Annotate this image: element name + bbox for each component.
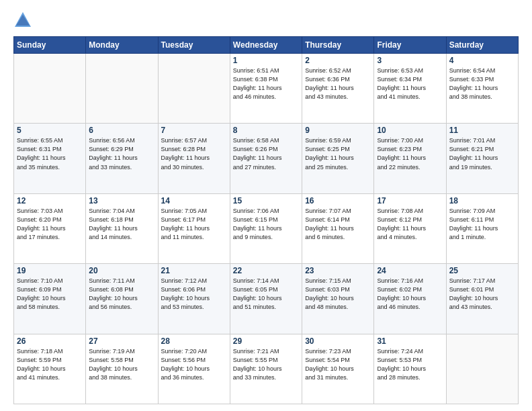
calendar-cell: 5Sunrise: 6:55 AM Sunset: 6:31 PM Daylig… bbox=[14, 124, 86, 193]
calendar-cell bbox=[14, 54, 86, 124]
calendar-cell: 31Sunrise: 7:24 AM Sunset: 5:53 PM Dayli… bbox=[374, 334, 446, 404]
calendar-cell: 25Sunrise: 7:17 AM Sunset: 6:01 PM Dayli… bbox=[446, 264, 518, 334]
day-number: 10 bbox=[377, 126, 443, 135]
calendar-cell: 9Sunrise: 6:59 AM Sunset: 6:25 PM Daylig… bbox=[302, 124, 374, 193]
day-number: 25 bbox=[449, 266, 515, 275]
day-info: Sunrise: 6:51 AM Sunset: 6:38 PM Dayligh… bbox=[233, 66, 299, 101]
day-number: 15 bbox=[233, 196, 299, 205]
day-info: Sunrise: 6:52 AM Sunset: 6:36 PM Dayligh… bbox=[305, 66, 371, 101]
day-number: 20 bbox=[89, 266, 154, 275]
day-info: Sunrise: 7:05 AM Sunset: 6:17 PM Dayligh… bbox=[161, 207, 227, 242]
day-info: Sunrise: 7:15 AM Sunset: 6:03 PM Dayligh… bbox=[305, 277, 371, 312]
day-number: 28 bbox=[161, 336, 227, 346]
day-info: Sunrise: 6:53 AM Sunset: 6:34 PM Dayligh… bbox=[377, 66, 443, 101]
calendar-header-friday: Friday bbox=[374, 37, 446, 54]
day-info: Sunrise: 6:54 AM Sunset: 6:33 PM Dayligh… bbox=[449, 66, 515, 101]
day-number: 9 bbox=[305, 126, 371, 135]
day-number: 30 bbox=[305, 336, 371, 346]
day-info: Sunrise: 6:56 AM Sunset: 6:29 PM Dayligh… bbox=[89, 136, 154, 171]
day-info: Sunrise: 7:01 AM Sunset: 6:21 PM Dayligh… bbox=[449, 136, 515, 171]
day-number: 26 bbox=[17, 336, 83, 346]
calendar-cell: 3Sunrise: 6:53 AM Sunset: 6:34 PM Daylig… bbox=[374, 54, 446, 124]
day-info: Sunrise: 7:20 AM Sunset: 5:56 PM Dayligh… bbox=[161, 347, 227, 382]
day-number: 27 bbox=[89, 336, 154, 346]
day-number: 3 bbox=[377, 56, 443, 65]
day-number: 1 bbox=[233, 56, 299, 65]
day-number: 11 bbox=[449, 126, 515, 135]
calendar-cell: 7Sunrise: 6:57 AM Sunset: 6:28 PM Daylig… bbox=[158, 124, 230, 193]
calendar-cell: 15Sunrise: 7:06 AM Sunset: 6:15 PM Dayli… bbox=[230, 193, 302, 263]
day-info: Sunrise: 7:07 AM Sunset: 6:14 PM Dayligh… bbox=[305, 207, 371, 242]
day-number: 6 bbox=[89, 126, 154, 135]
day-number: 8 bbox=[233, 126, 299, 135]
page: SundayMondayTuesdayWednesdayThursdayFrid… bbox=[0, 0, 532, 411]
day-number: 22 bbox=[233, 266, 299, 275]
calendar-cell: 20Sunrise: 7:11 AM Sunset: 6:08 PM Dayli… bbox=[86, 264, 158, 334]
calendar-cell: 28Sunrise: 7:20 AM Sunset: 5:56 PM Dayli… bbox=[158, 334, 230, 404]
day-info: Sunrise: 7:11 AM Sunset: 6:08 PM Dayligh… bbox=[89, 277, 154, 312]
day-info: Sunrise: 7:19 AM Sunset: 5:58 PM Dayligh… bbox=[89, 347, 154, 382]
day-number: 5 bbox=[17, 126, 83, 135]
calendar-cell: 24Sunrise: 7:16 AM Sunset: 6:02 PM Dayli… bbox=[374, 264, 446, 334]
day-info: Sunrise: 7:06 AM Sunset: 6:15 PM Dayligh… bbox=[233, 207, 299, 242]
day-number: 12 bbox=[17, 196, 83, 205]
calendar-cell: 18Sunrise: 7:09 AM Sunset: 6:11 PM Dayli… bbox=[446, 193, 518, 263]
day-info: Sunrise: 7:23 AM Sunset: 5:54 PM Dayligh… bbox=[305, 347, 371, 382]
calendar-cell: 6Sunrise: 6:56 AM Sunset: 6:29 PM Daylig… bbox=[86, 124, 158, 193]
calendar-cell: 19Sunrise: 7:10 AM Sunset: 6:09 PM Dayli… bbox=[14, 264, 86, 334]
day-info: Sunrise: 6:57 AM Sunset: 6:28 PM Dayligh… bbox=[161, 136, 227, 171]
day-number: 7 bbox=[161, 126, 227, 135]
calendar-week-5: 26Sunrise: 7:18 AM Sunset: 5:59 PM Dayli… bbox=[14, 334, 519, 404]
day-info: Sunrise: 7:24 AM Sunset: 5:53 PM Dayligh… bbox=[377, 347, 443, 382]
calendar-cell bbox=[86, 54, 158, 124]
day-info: Sunrise: 7:09 AM Sunset: 6:11 PM Dayligh… bbox=[449, 207, 515, 242]
day-info: Sunrise: 7:16 AM Sunset: 6:02 PM Dayligh… bbox=[377, 277, 443, 312]
calendar-header-monday: Monday bbox=[86, 37, 158, 54]
calendar-week-2: 5Sunrise: 6:55 AM Sunset: 6:31 PM Daylig… bbox=[14, 124, 519, 193]
day-info: Sunrise: 6:59 AM Sunset: 6:25 PM Dayligh… bbox=[305, 136, 371, 171]
day-number: 14 bbox=[161, 196, 227, 205]
calendar-cell: 2Sunrise: 6:52 AM Sunset: 6:36 PM Daylig… bbox=[302, 54, 374, 124]
calendar-cell: 11Sunrise: 7:01 AM Sunset: 6:21 PM Dayli… bbox=[446, 124, 518, 193]
calendar-cell bbox=[158, 54, 230, 124]
day-number: 29 bbox=[233, 336, 299, 346]
day-number: 31 bbox=[377, 336, 443, 346]
calendar-week-3: 12Sunrise: 7:03 AM Sunset: 6:20 PM Dayli… bbox=[14, 193, 519, 263]
day-info: Sunrise: 7:04 AM Sunset: 6:18 PM Dayligh… bbox=[89, 207, 154, 242]
calendar-cell: 21Sunrise: 7:12 AM Sunset: 6:06 PM Dayli… bbox=[158, 264, 230, 334]
calendar-cell: 12Sunrise: 7:03 AM Sunset: 6:20 PM Dayli… bbox=[14, 193, 86, 263]
calendar-cell: 14Sunrise: 7:05 AM Sunset: 6:17 PM Dayli… bbox=[158, 193, 230, 263]
calendar-header-row: SundayMondayTuesdayWednesdayThursdayFrid… bbox=[14, 37, 519, 54]
day-info: Sunrise: 7:14 AM Sunset: 6:05 PM Dayligh… bbox=[233, 277, 299, 312]
calendar-cell: 16Sunrise: 7:07 AM Sunset: 6:14 PM Dayli… bbox=[302, 193, 374, 263]
day-number: 24 bbox=[377, 266, 443, 275]
calendar-cell: 13Sunrise: 7:04 AM Sunset: 6:18 PM Dayli… bbox=[86, 193, 158, 263]
calendar-header-thursday: Thursday bbox=[302, 37, 374, 54]
calendar-cell: 30Sunrise: 7:23 AM Sunset: 5:54 PM Dayli… bbox=[302, 334, 374, 404]
day-number: 16 bbox=[305, 196, 371, 205]
day-info: Sunrise: 7:08 AM Sunset: 6:12 PM Dayligh… bbox=[377, 207, 443, 242]
day-number: 2 bbox=[305, 56, 371, 65]
logo bbox=[13, 11, 35, 30]
day-info: Sunrise: 6:55 AM Sunset: 6:31 PM Dayligh… bbox=[17, 136, 83, 171]
day-info: Sunrise: 7:18 AM Sunset: 5:59 PM Dayligh… bbox=[17, 347, 83, 382]
calendar: SundayMondayTuesdayWednesdayThursdayFrid… bbox=[13, 36, 519, 404]
day-number: 13 bbox=[89, 196, 154, 205]
day-number: 17 bbox=[377, 196, 443, 205]
day-info: Sunrise: 7:10 AM Sunset: 6:09 PM Dayligh… bbox=[17, 277, 83, 312]
day-number: 19 bbox=[17, 266, 83, 275]
calendar-cell: 22Sunrise: 7:14 AM Sunset: 6:05 PM Dayli… bbox=[230, 264, 302, 334]
calendar-header-wednesday: Wednesday bbox=[230, 37, 302, 54]
day-number: 18 bbox=[449, 196, 515, 205]
day-info: Sunrise: 7:17 AM Sunset: 6:01 PM Dayligh… bbox=[449, 277, 515, 312]
calendar-cell: 17Sunrise: 7:08 AM Sunset: 6:12 PM Dayli… bbox=[374, 193, 446, 263]
header bbox=[13, 11, 519, 30]
day-number: 4 bbox=[449, 56, 515, 65]
day-info: Sunrise: 7:00 AM Sunset: 6:23 PM Dayligh… bbox=[377, 136, 443, 171]
day-number: 21 bbox=[161, 266, 227, 275]
calendar-cell: 23Sunrise: 7:15 AM Sunset: 6:03 PM Dayli… bbox=[302, 264, 374, 334]
calendar-week-4: 19Sunrise: 7:10 AM Sunset: 6:09 PM Dayli… bbox=[14, 264, 519, 334]
calendar-header-sunday: Sunday bbox=[14, 37, 86, 54]
svg-marker-1 bbox=[16, 15, 30, 26]
calendar-cell: 4Sunrise: 6:54 AM Sunset: 6:33 PM Daylig… bbox=[446, 54, 518, 124]
